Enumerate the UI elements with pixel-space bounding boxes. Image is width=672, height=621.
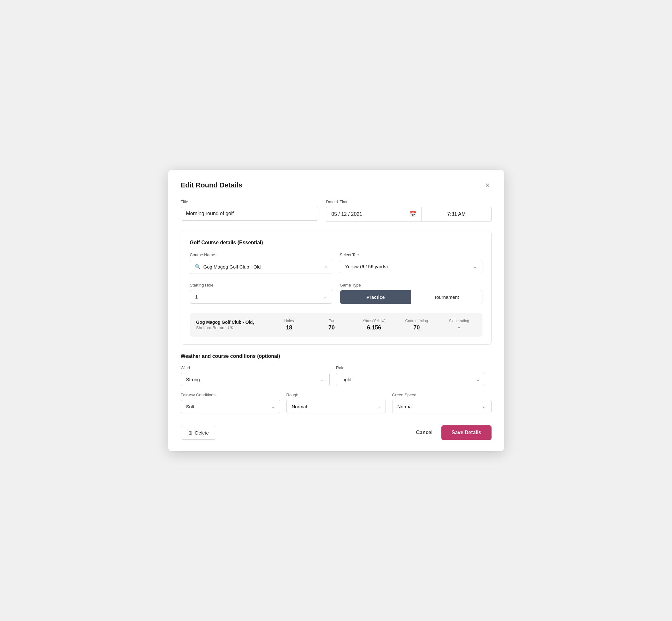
time-input[interactable]: 7:31 AM (422, 207, 492, 222)
close-button[interactable]: × (484, 181, 492, 189)
game-type-label: Game Type (340, 283, 482, 287)
footer-right: Cancel Save Details (416, 425, 492, 440)
search-icon: 🔍 (195, 264, 201, 270)
practice-button[interactable]: Practice (340, 290, 411, 304)
par-stat: Par 70 (315, 319, 349, 331)
yards-value: 6,156 (367, 324, 381, 331)
chevron-down-icon: ⌄ (323, 294, 327, 299)
delete-label: Delete (195, 430, 209, 436)
green-speed-group: Green Speed Normal ⌄ (392, 392, 492, 413)
footer: 🗑 Delete Cancel Save Details (181, 420, 492, 440)
select-tee-group: Select Tee Yellow (6,156 yards) ⌄ (340, 252, 482, 274)
fairway-dropdown[interactable]: Soft ⌄ (181, 400, 280, 413)
rain-label: Rain (336, 365, 485, 370)
course-rating-label: Course rating (405, 319, 428, 323)
rough-group: Rough Normal ⌄ (287, 392, 386, 413)
starting-hole-group: Starting Hole 1 ⌄ (190, 283, 333, 304)
game-type-group: Game Type Practice Tournament (340, 283, 482, 304)
green-speed-value: Normal (397, 404, 482, 409)
slope-rating-value: - (458, 324, 460, 331)
slope-rating-label: Slope rating (449, 319, 469, 323)
course-tee-row: Course Name 🔍 ✕ Select Tee Yellow (6,156… (190, 252, 482, 274)
title-row: Title Date & Time 05 / 12 / 2021 📅 7:31 … (181, 199, 492, 222)
date-text: 05 / 12 / 2021 (331, 211, 407, 217)
starting-hole-label: Starting Hole (190, 283, 333, 287)
wind-rain-row: Wind Strong ⌄ Rain Light ⌄ (181, 365, 492, 386)
clear-icon[interactable]: ✕ (324, 264, 328, 270)
fairway-label: Fairway Conditions (181, 392, 280, 397)
starting-hole-value: 1 (195, 294, 323, 299)
par-value: 70 (328, 324, 335, 331)
edit-round-modal: Edit Round Details × Title Date & Time 0… (168, 170, 504, 451)
holes-value: 18 (286, 324, 292, 331)
select-tee-value: Yellow (6,156 yards) (345, 264, 473, 269)
hole-gametype-row: Starting Hole 1 ⌄ Game Type Practice Tou… (190, 283, 482, 304)
slope-rating-stat: Slope rating - (442, 319, 476, 331)
rough-label: Rough (287, 392, 386, 397)
delete-button[interactable]: 🗑 Delete (181, 426, 216, 440)
modal-title: Edit Round Details (181, 181, 243, 189)
yards-label: Yards(Yellow) (363, 319, 385, 323)
rain-group: Rain Light ⌄ (336, 365, 485, 386)
course-name-label: Course Name (190, 252, 333, 257)
chevron-down-icon: ⌄ (377, 404, 380, 409)
date-input[interactable]: 05 / 12 / 2021 📅 (326, 207, 422, 222)
chevron-down-icon: ⌄ (473, 264, 477, 269)
datetime-label: Date & Time (326, 199, 491, 204)
chevron-down-icon: ⌄ (321, 377, 324, 382)
wind-dropdown[interactable]: Strong ⌄ (181, 373, 330, 386)
course-name-display: Gog Magog Golf Club - Old, (196, 320, 263, 325)
save-button[interactable]: Save Details (442, 425, 491, 440)
wind-value: Strong (186, 377, 321, 382)
course-name-input[interactable] (204, 264, 322, 270)
datetime-group: Date & Time 05 / 12 / 2021 📅 7:31 AM (326, 199, 491, 222)
course-location: Shelford Bottom, UK (196, 325, 263, 330)
wind-group: Wind Strong ⌄ (181, 365, 330, 386)
title-label: Title (181, 199, 319, 204)
rough-dropdown[interactable]: Normal ⌄ (287, 400, 386, 413)
fairway-value: Soft (186, 404, 271, 409)
fairway-rough-green-row: Fairway Conditions Soft ⌄ Rough Normal ⌄… (181, 392, 492, 413)
yards-stat: Yards(Yellow) 6,156 (357, 319, 391, 331)
game-type-toggle: Practice Tournament (340, 290, 482, 304)
conditions-section: Weather and course conditions (optional)… (181, 354, 492, 413)
golf-course-section: Golf Course details (Essential) Course N… (181, 231, 492, 344)
starting-hole-dropdown[interactable]: 1 ⌄ (190, 290, 333, 303)
course-rating-value: 70 (413, 324, 420, 331)
select-tee-dropdown[interactable]: Yellow (6,156 yards) ⌄ (340, 260, 482, 273)
course-search-wrap[interactable]: 🔍 ✕ (190, 260, 333, 274)
fairway-group: Fairway Conditions Soft ⌄ (181, 392, 280, 413)
holes-stat: Holes 18 (272, 319, 306, 331)
green-speed-dropdown[interactable]: Normal ⌄ (392, 400, 492, 413)
holes-label: Holes (284, 319, 294, 323)
rain-value: Light (341, 377, 476, 382)
chevron-down-icon: ⌄ (271, 404, 275, 409)
calendar-icon: 📅 (410, 211, 416, 218)
chevron-down-icon: ⌄ (476, 377, 480, 382)
tournament-button[interactable]: Tournament (411, 290, 482, 304)
cancel-button[interactable]: Cancel (416, 426, 432, 439)
golf-section-title: Golf Course details (Essential) (190, 240, 482, 246)
course-info-row: Gog Magog Golf Club - Old, Shelford Bott… (190, 313, 482, 337)
title-input[interactable] (181, 207, 319, 220)
rough-value: Normal (292, 404, 377, 409)
conditions-title: Weather and course conditions (optional) (181, 354, 492, 359)
modal-header: Edit Round Details × (181, 181, 492, 189)
course-name-group: Course Name 🔍 ✕ (190, 252, 333, 274)
time-text: 7:31 AM (428, 211, 485, 217)
wind-label: Wind (181, 365, 330, 370)
par-label: Par (329, 319, 335, 323)
date-time-wrap: 05 / 12 / 2021 📅 7:31 AM (326, 207, 491, 222)
course-info-name: Gog Magog Golf Club - Old, Shelford Bott… (196, 320, 263, 330)
select-tee-label: Select Tee (340, 252, 482, 257)
rain-dropdown[interactable]: Light ⌄ (336, 373, 485, 386)
chevron-down-icon: ⌄ (482, 404, 486, 409)
trash-icon: 🗑 (188, 430, 193, 436)
course-rating-stat: Course rating 70 (400, 319, 433, 331)
green-speed-label: Green Speed (392, 392, 492, 397)
title-group: Title (181, 199, 319, 222)
